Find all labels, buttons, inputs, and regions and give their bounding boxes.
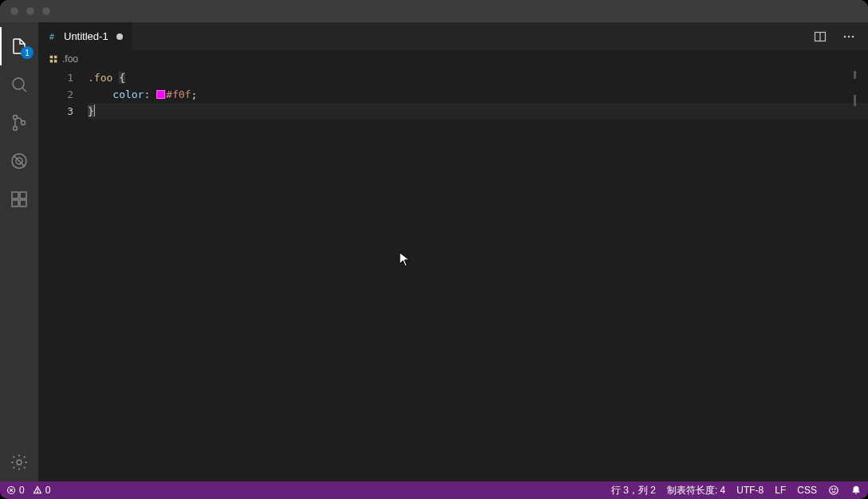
search-activity[interactable]: [0, 65, 38, 104]
svg-rect-9: [20, 200, 26, 206]
explorer-badge: 1: [21, 46, 34, 59]
close-window-button[interactable]: [10, 6, 19, 16]
extensions-activity[interactable]: [0, 180, 38, 218]
line-number[interactable]: 3: [38, 103, 73, 120]
more-actions-button[interactable]: [839, 27, 858, 46]
svg-rect-19: [854, 95, 856, 106]
svg-point-17: [852, 35, 854, 37]
tab-untitled-1[interactable]: # Untitled-1: [38, 22, 133, 50]
token-brace: }: [88, 105, 94, 117]
text-editor[interactable]: 1 2 3 .foo { color: #f0f; }: [38, 68, 868, 481]
bell-icon: [850, 485, 862, 496]
explorer-activity[interactable]: 1: [0, 27, 38, 65]
text-cursor: [94, 104, 95, 116]
activity-bar: 1: [0, 22, 38, 481]
svg-rect-10: [20, 192, 26, 198]
minimap[interactable]: [852, 68, 868, 481]
ellipsis-icon: [842, 30, 855, 43]
breadcrumb-label: .foo: [62, 53, 78, 65]
traffic-lights: [10, 6, 51, 16]
svg-point-3: [14, 127, 18, 131]
svg-line-1: [22, 88, 26, 92]
debug-activity[interactable]: [0, 142, 38, 180]
css-file-icon: #: [48, 31, 59, 42]
svg-point-11: [17, 460, 22, 465]
svg-point-26: [832, 489, 833, 489]
token-semicolon: ;: [191, 88, 197, 100]
line-number-gutter: 1 2 3: [38, 68, 88, 481]
svg-point-27: [834, 489, 835, 489]
symbol-icon: [48, 53, 59, 65]
svg-point-16: [848, 35, 850, 37]
status-bar: 0 0 行 3，列 2 制表符长度: 4 UTF-8 LF CSS: [0, 481, 868, 499]
svg-rect-7: [12, 192, 18, 198]
smiley-icon: [828, 485, 839, 496]
source-control-icon: [10, 113, 29, 132]
search-icon: [10, 75, 29, 94]
code-content[interactable]: .foo { color: #f0f; }: [88, 68, 868, 481]
maximize-window-button[interactable]: [41, 6, 51, 16]
gear-icon: [10, 453, 29, 472]
minimize-window-button[interactable]: [26, 6, 35, 16]
color-swatch-icon[interactable]: [156, 90, 165, 99]
workbench-body: 1: [0, 22, 868, 481]
status-feedback[interactable]: [828, 485, 839, 496]
titlebar[interactable]: [0, 0, 868, 22]
status-eol[interactable]: LF: [775, 485, 786, 496]
status-encoding[interactable]: UTF-8: [736, 485, 763, 496]
editor-tabs: # Untitled-1: [38, 22, 868, 50]
svg-point-2: [14, 116, 18, 120]
status-notifications[interactable]: [850, 485, 862, 496]
status-indentation[interactable]: 制表符长度: 4: [667, 484, 725, 497]
status-language-mode[interactable]: CSS: [797, 485, 817, 496]
svg-point-0: [13, 78, 24, 89]
token-property: color: [112, 88, 144, 100]
warning-count: 0: [45, 485, 51, 496]
token-selector: .foo: [88, 72, 112, 84]
svg-rect-18: [854, 71, 856, 79]
settings-activity[interactable]: [0, 443, 38, 481]
breadcrumbs[interactable]: .foo: [38, 50, 868, 68]
token-colon: :: [144, 88, 150, 100]
error-icon: [6, 485, 16, 495]
line-number[interactable]: 2: [38, 86, 73, 103]
scm-activity[interactable]: [0, 104, 38, 142]
warning-icon: [33, 485, 42, 495]
error-count: 0: [19, 485, 25, 496]
svg-rect-8: [12, 200, 18, 206]
svg-text:#: #: [49, 31, 55, 41]
token-brace: {: [119, 72, 125, 84]
extensions-icon: [10, 190, 29, 209]
status-cursor-position[interactable]: 行 3，列 2: [611, 484, 656, 497]
dirty-indicator-icon: [116, 33, 123, 40]
svg-point-15: [844, 35, 846, 37]
code-line[interactable]: .foo {: [88, 69, 868, 86]
split-editor-button[interactable]: [811, 27, 830, 46]
editor-actions: [811, 22, 868, 50]
editor-group: # Untitled-1: [38, 22, 868, 481]
code-line[interactable]: }: [88, 103, 868, 120]
line-number[interactable]: 1: [38, 69, 73, 86]
tab-title: Untitled-1: [64, 30, 108, 42]
debug-icon: [10, 151, 29, 171]
svg-point-25: [830, 486, 838, 495]
app-window: 1: [0, 0, 868, 499]
svg-point-24: [37, 492, 37, 493]
status-problems[interactable]: 0 0: [6, 485, 50, 496]
token-value: #f0f: [166, 88, 191, 100]
split-editor-icon: [814, 30, 827, 43]
code-line[interactable]: color: #f0f;: [88, 86, 868, 103]
